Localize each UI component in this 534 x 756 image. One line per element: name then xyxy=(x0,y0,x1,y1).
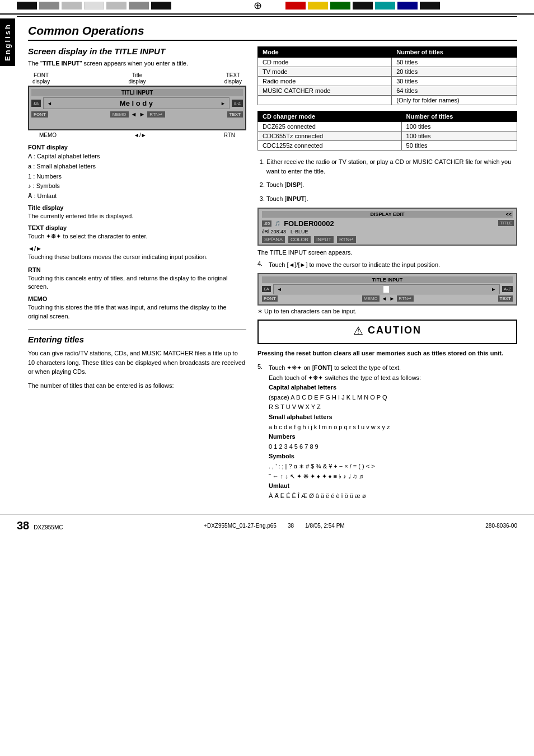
footer-doc-num: 280-8036-00 xyxy=(485,523,517,529)
table-row: (Only for folder names) xyxy=(258,96,517,105)
memo-section: MEMO Touching this stores the title that… xyxy=(28,295,246,321)
table-row: DCZ625 connected 100 titles xyxy=(258,122,517,132)
step-3: Touch [INPUT]. xyxy=(266,194,517,204)
color-block-cyan xyxy=(375,2,395,10)
entering-titles-title: Entering titles xyxy=(28,335,246,344)
page-footer: 38 DXZ955MC +DXZ955MC_01-27-Eng.p65 38 1… xyxy=(0,514,534,537)
memo-feature-text: Touching this stores the title that was … xyxy=(28,303,246,321)
screen-diagram-container: FONTdisplay Titledisplay TEXTdisplay TIT… xyxy=(28,72,246,138)
left-column: Screen display in the TITLE INPUT The "T… xyxy=(28,46,246,503)
color-block-6 xyxy=(129,2,149,10)
font-display-title: FONT display xyxy=(28,144,246,151)
footer-page: 38 xyxy=(288,523,294,529)
rtn-section: RTN Touching this cancels entry of title… xyxy=(28,266,246,292)
display-edit-screen: DISPLAY EDIT << .05 🎵 FOLDER00002 TITLE … xyxy=(257,208,517,246)
after-step3-text: The TITLE INPUT screen appears. xyxy=(257,249,517,256)
rtn-feature-text: Touching this cancels entry of titles, a… xyxy=(28,274,246,292)
color-block-2 xyxy=(39,2,59,10)
table-row: TV mode 20 titles xyxy=(258,67,517,77)
screen-mockup: TITLI INPUT £a ◄ Me l o d y ► xyxy=(28,86,246,130)
english-tab: English xyxy=(0,18,15,66)
font-display-label: FONTdisplay xyxy=(32,72,50,84)
model-name: DXZ955MC xyxy=(34,524,63,530)
text-display-section: TEXT display Touch ✦❋✦ to select the cha… xyxy=(28,224,246,241)
mode-table: Mode Number of titles CD mode 50 titles … xyxy=(257,46,517,105)
rtn-feature-title: RTN xyxy=(28,266,246,273)
table-row: CDC655Tz connected 100 titles xyxy=(258,132,517,141)
memo-label: MEMO xyxy=(39,132,57,138)
nav-feature-title: ◄/► xyxy=(28,245,246,252)
step-5: 5. Touch ✦❋✦ on [FONT] to select the typ… xyxy=(257,363,517,501)
main-title: Common Operations xyxy=(28,24,517,41)
title-display-text: The currently entered title is displayed… xyxy=(28,212,246,220)
step-1: Either receive the radio or TV station, … xyxy=(266,157,517,176)
changer-col-header: CD changer mode xyxy=(258,111,402,122)
table-row: CDC1255z connected 50 titles xyxy=(258,141,517,151)
text-display-label: TEXTdisplay xyxy=(224,72,242,84)
title-display-feature-title: Title display xyxy=(28,204,246,211)
entering-titles-text2: The number of titles that can be entered… xyxy=(28,381,246,391)
color-block-red xyxy=(285,2,306,10)
caution-header: ⚠ CAUTION xyxy=(264,324,510,337)
intro-text: The "TITLE INPUT" screen appears when yo… xyxy=(28,59,246,68)
titles-col-header: Number of titles xyxy=(392,47,517,58)
rtn-label: RTN xyxy=(224,132,235,138)
top-bar-area: ⊕ xyxy=(0,0,534,17)
table-row: MUSIC CATCHER mode 64 titles xyxy=(258,86,517,96)
title-input-small-screen: TITLE INPUT £A ◄ ► A-Z FONT xyxy=(257,273,517,306)
font-item-sym: ♪ : Symbols xyxy=(28,181,246,191)
changer-table: CD changer mode Number of titles DCZ625 … xyxy=(257,111,517,151)
entering-titles-text1: You can give radio/TV stations, CDs, and… xyxy=(28,349,246,377)
color-block-black2 xyxy=(353,2,373,10)
caution-box: ⚠ CAUTION xyxy=(257,320,517,344)
section-title-screen-display: Screen display in the TITLE INPUT xyxy=(28,46,246,56)
font-item-a: a : Small alphabet letters xyxy=(28,162,246,172)
title-display-label: Titledisplay xyxy=(128,72,146,84)
text-display-text: Touch ✦❋✦ to select the character to ent… xyxy=(28,232,246,241)
color-block-7 xyxy=(151,2,171,10)
font-item-1: 1 : Numbers xyxy=(28,172,246,182)
right-column: Mode Number of titles CD mode 50 titles … xyxy=(257,46,517,503)
color-block-3 xyxy=(62,2,82,10)
font-display-section: FONT display A : Capital alphabet letter… xyxy=(28,144,246,201)
steps-list: Either receive the radio or TV station, … xyxy=(266,157,517,203)
title-display-section: Title display The currently entered titl… xyxy=(28,204,246,220)
entering-titles-section: Entering titles You can give radio/TV st… xyxy=(28,335,246,390)
color-block-1 xyxy=(17,2,37,10)
changer-titles-header: Number of titles xyxy=(401,111,517,122)
color-block-yellow xyxy=(308,2,328,10)
color-block-5 xyxy=(106,2,127,10)
mode-col-header: Mode xyxy=(258,47,392,58)
font-item-uml: Ä : Umlaut xyxy=(28,191,246,201)
memo-feature-title: MEMO xyxy=(28,295,246,302)
caution-text: Pressing the reset button clears all use… xyxy=(257,349,517,358)
center-mark: ⊕ xyxy=(246,0,269,12)
color-block-dk xyxy=(420,2,440,10)
font-item-A: A : Capital alphabet letters xyxy=(28,152,246,162)
footer-file: +DXZ955MC_01-27-Eng.p65 xyxy=(204,523,277,529)
step-2: Touch [DISP]. xyxy=(266,180,517,190)
page-number: 38 xyxy=(17,519,29,532)
caution-triangle-icon: ⚠ xyxy=(353,324,363,337)
color-block-blue xyxy=(397,2,418,10)
footer-date: 1/8/05, 2:54 PM xyxy=(305,523,345,529)
color-block-4 xyxy=(84,2,104,10)
nav-feature-text: Touching these buttons moves the cursor … xyxy=(28,253,246,261)
asterisk-note: ∗ Up to ten characters can be input. xyxy=(257,308,517,315)
step-4: 4. Touch [◄]/[►] to move the cursor to i… xyxy=(257,260,517,270)
table-row: CD mode 50 titles xyxy=(258,58,517,67)
nav-label: ◄/► xyxy=(134,132,147,138)
text-display-feature-title: TEXT display xyxy=(28,224,246,231)
table-row: Radio mode 30 titles xyxy=(258,77,517,86)
color-block-green xyxy=(330,2,350,10)
nav-section: ◄/► Touching these buttons moves the cur… xyxy=(28,245,246,261)
caution-label: CAUTION xyxy=(368,325,421,336)
